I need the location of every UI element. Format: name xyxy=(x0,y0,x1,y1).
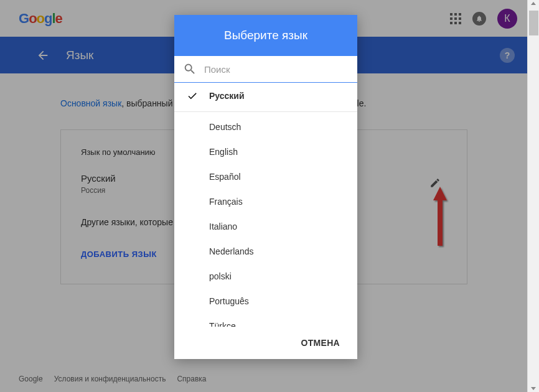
modal-title: Выберите язык xyxy=(174,15,357,56)
search-input[interactable] xyxy=(204,64,349,75)
language-option[interactable]: polski xyxy=(174,264,357,289)
language-picker-modal: Выберите язык Русский DeutschEnglishEspa… xyxy=(174,15,357,359)
check-icon xyxy=(187,90,198,101)
language-option-selected[interactable]: Русский xyxy=(174,83,357,109)
language-option[interactable]: Türkçe xyxy=(174,314,357,327)
language-list[interactable]: Русский DeutschEnglishEspañolFrançaisIta… xyxy=(174,83,357,327)
scroll-thumb[interactable] xyxy=(529,11,538,35)
search-icon xyxy=(183,62,197,76)
language-option[interactable]: Français xyxy=(174,189,357,214)
page-scrollbar[interactable] xyxy=(527,0,539,392)
scroll-down-icon[interactable] xyxy=(531,387,536,390)
language-option[interactable]: Deutsch xyxy=(174,114,357,139)
modal-search-row xyxy=(174,56,357,83)
language-option[interactable]: Português xyxy=(174,289,357,314)
language-option[interactable]: Español xyxy=(174,164,357,189)
cancel-button[interactable]: ОТМЕНА xyxy=(174,327,357,359)
scroll-up-icon[interactable] xyxy=(531,2,536,5)
language-option[interactable]: Italiano xyxy=(174,214,357,239)
language-option[interactable]: Nederlands xyxy=(174,239,357,264)
list-divider xyxy=(174,111,357,112)
language-option[interactable]: English xyxy=(174,139,357,164)
